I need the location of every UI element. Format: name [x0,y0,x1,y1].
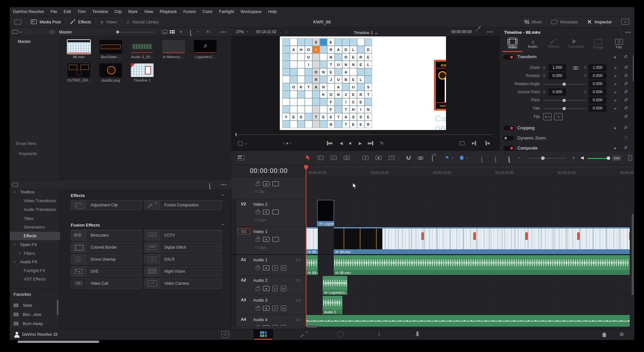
flip-horizontal-button[interactable]: ▸▏◂ [543,113,551,120]
fx-sidebar-toggle-icon[interactable] [12,183,18,187]
timeline-clip-audio-a4[interactable] [306,315,630,327]
overlay-chevron-icon[interactable] [245,142,247,144]
fx-sidebar-item-audio-fx[interactable]: Audio FX [10,258,60,266]
collapse-section-icon[interactable] [221,224,225,227]
list-view-icon[interactable]: ≡ [180,29,182,34]
media-clip-audio-3-00[interactable] [131,40,154,54]
zoom-out-icon[interactable]: − [518,155,521,160]
replace-clip-icon[interactable]: ↷ [389,156,394,160]
section-cropping[interactable]: Cropping◆↺ [500,123,635,133]
thumb-size-slider-handle[interactable] [116,31,119,33]
timeline-zoom-handle[interactable] [541,156,545,160]
menu-file[interactable]: File [47,9,60,14]
dynamic-trim-mode-icon[interactable]: ‹•› [331,156,337,160]
menu-clip[interactable]: Clip [111,9,125,14]
zoom-custom-icon[interactable] [509,156,509,162]
dynamic-zoom-toggle[interactable] [503,136,514,140]
reset-icon[interactable]: ↺ [624,114,628,119]
transform-toggle[interactable] [503,55,514,59]
position-y-field[interactable]: 0.000 [588,72,607,79]
favorite-item-burn-away[interactable]: GPUBurn Away [10,319,60,328]
menu-mark[interactable]: Mark [125,9,141,14]
stop-button[interactable]: ■ [349,141,352,146]
fx-item-video-camera[interactable]: Video Camera [144,278,222,289]
transform-section-title[interactable]: Transform [517,54,537,59]
forward-button[interactable]: › [38,29,39,34]
viewer-seek-playhead[interactable] [236,133,236,136]
inspector-options-icon[interactable]: ••• [625,30,632,35]
zoom-full-extent-icon[interactable] [481,156,482,162]
favorite-item-blur-olve[interactable]: ◀▶Blur...olve [10,310,60,319]
tab-audio[interactable]: ♫Audio [522,37,543,52]
timeline-clip-logointro1[interactable]: Logointro1.... [323,276,347,295]
keyframe-icon[interactable]: ◆ [614,98,617,102]
fx-item-cctv[interactable]: CCTV [144,230,222,241]
fx-sidebar-scrollbar[interactable] [57,300,58,315]
strip-view-icon[interactable]: ▂ [162,30,167,34]
volume-handle[interactable] [607,156,610,160]
fx-item-binoculars[interactable]: Binoculars [71,230,142,241]
reset-icon[interactable]: ↺ [624,145,627,150]
fx-options-icon[interactable]: ••• [221,183,227,187]
fx-item-video-call[interactable]: Video Call [71,278,142,289]
project-manager-icon[interactable] [602,332,607,337]
fx-sidebar-item-open-fx[interactable]: Open FX [10,241,60,249]
last-frame-button[interactable]: ▶▶▌ [368,141,374,145]
media-clip-logointro1[interactable]: ♫ [194,40,217,54]
jog-control[interactable]: ‹●› [283,141,293,146]
menu-view[interactable]: View [141,9,156,14]
project-settings-icon[interactable]: ⚙ [619,331,624,337]
reset-icon[interactable]: ↺ [624,73,628,78]
media-clip-outro-dr[interactable] [68,63,90,77]
fx-sidebar-item-audio-transitions[interactable]: Audio Transitions [10,205,60,214]
tab-effects[interactable]: Effects [543,37,564,52]
media-pool-options-icon[interactable]: ••• [221,30,227,34]
reset-icon[interactable]: ↺ [624,125,627,130]
keyframe-icon[interactable]: ◆ [614,146,616,150]
menu-edit[interactable]: Edit [60,9,74,14]
volume-slider[interactable] [587,158,609,159]
flag-icon[interactable]: ⚑ [445,155,449,160]
fx-item-dslr[interactable]: DSLR [144,254,222,265]
loop-button[interactable]: ↻ [380,140,384,146]
section-dynamic-zoom[interactable]: Dynamic Zoom↺ [500,133,635,143]
fx-item-dve[interactable]: DVE [71,266,142,277]
reset-icon[interactable]: ↺ [624,89,628,94]
collapse-section-icon[interactable] [221,194,225,198]
timeline-clip-88-mkv[interactable]: 88.mkv [334,255,630,275]
back-button[interactable]: ‹ [29,29,31,34]
yaw-slider-handle[interactable] [563,107,566,110]
mixer-button[interactable]: Mixer [525,20,542,24]
bin-list-toggle-icon[interactable] [12,30,18,34]
reset-icon[interactable]: ↺ [624,54,627,59]
fx-sidebar-item-video-transitions[interactable]: Video Transitions [10,197,60,205]
anchor-y-field[interactable]: 0.000 [588,88,607,96]
page-deliver[interactable] [408,329,427,339]
fx-sidebar-item-generators[interactable]: Generators [10,223,60,231]
bin-item-smart-bins[interactable]: Smart Bins [16,141,36,146]
position-lock-icon[interactable] [432,155,433,162]
menu-workspace[interactable]: Workspace [237,9,265,14]
pitch-slider-handle[interactable] [563,99,566,102]
composite-toggle[interactable] [503,146,514,150]
tab-file[interactable]: File [609,37,629,52]
sort-icon[interactable]: ≡↓ [206,29,211,34]
menu-help[interactable]: Help [265,9,280,14]
tab-video[interactable]: Video [502,37,523,52]
overwrite-clip-icon[interactable]: ▣ [376,156,381,160]
play-reverse-button[interactable]: ◀ [340,141,343,146]
menu-fusion[interactable]: Fusion [180,9,199,14]
page-color[interactable] [331,329,350,339]
search-icon[interactable] [190,30,191,36]
inspector-button[interactable]: Inspector [587,20,612,24]
fx-item-colored-border[interactable]: Colored Border [71,242,142,253]
playhead-line[interactable] [306,167,306,327]
timeline-clip-audio-3[interactable]: Audio 3 [323,296,342,314]
timeline-view-options-icon[interactable] [238,155,244,160]
insert-clip-icon[interactable]: ▼ [363,156,368,160]
zoom-x-field[interactable]: 1.000 [548,64,566,71]
keyframe-icon[interactable]: ◆ [614,126,616,130]
yaw-field[interactable]: 0.000 [588,105,607,112]
menu-trim[interactable]: Trim [74,9,89,14]
page-fairlight[interactable]: ♪ [369,329,389,339]
